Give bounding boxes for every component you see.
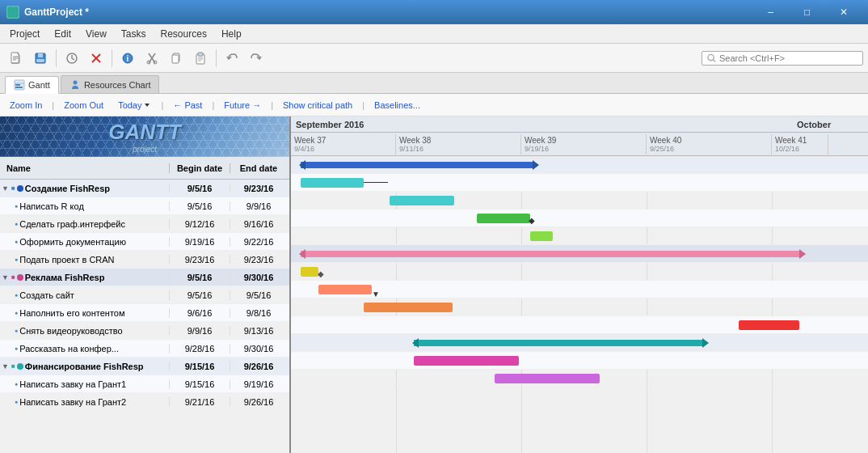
info-button[interactable]: i bbox=[116, 47, 139, 70]
save-button[interactable] bbox=[29, 47, 52, 70]
task-row[interactable]: ● Написать завку на Грант2 9/21/16 9/26/… bbox=[0, 393, 289, 411]
group-bar-left-marker bbox=[299, 249, 305, 259]
task-end-date: 9/19/16 bbox=[230, 379, 287, 389]
gantt-bar-2[interactable] bbox=[301, 178, 364, 188]
title-bar: GanttProject * – □ ✕ bbox=[0, 0, 868, 24]
week-40-sub: 9/25/16 bbox=[650, 145, 768, 153]
task-label: Финансирование FishResp bbox=[25, 362, 144, 371]
task-begin-date: 9/6/16 bbox=[170, 308, 230, 318]
task-begin-date: 9/5/16 bbox=[170, 184, 230, 193]
task-row[interactable]: ● Оформить документацию 9/19/16 9/22/16 bbox=[0, 233, 289, 251]
today-button[interactable]: Today bbox=[113, 99, 156, 112]
gantt-bar-5[interactable] bbox=[530, 231, 553, 241]
task-indicator bbox=[17, 274, 23, 281]
task-row[interactable]: ● Написать завку на Грант1 9/15/16 9/19/… bbox=[0, 375, 289, 393]
zoom-out-button[interactable]: Zoom Out bbox=[59, 99, 108, 112]
toolbar-sep-3: | bbox=[212, 100, 214, 110]
svg-rect-8 bbox=[38, 53, 43, 57]
maximize-button[interactable]: □ bbox=[789, 0, 825, 24]
baselines-button[interactable]: Baselines... bbox=[369, 99, 425, 112]
task-name-cell: ● Оформить документацию bbox=[0, 237, 170, 247]
month-row: September 2016 October bbox=[291, 116, 868, 133]
task-row[interactable]: ● Наполнить его контентом 9/6/16 9/8/16 bbox=[0, 304, 289, 322]
col-end-header: End date bbox=[230, 163, 287, 173]
gantt-bar-7[interactable] bbox=[301, 267, 318, 277]
undo-button[interactable] bbox=[221, 47, 243, 70]
zoom-in-button[interactable]: Zoom In bbox=[5, 99, 47, 112]
search-icon bbox=[707, 53, 716, 63]
gantt-row bbox=[291, 192, 868, 210]
menu-help[interactable]: Help bbox=[215, 27, 248, 41]
gantt-row bbox=[291, 156, 868, 174]
task-end-date: 9/26/16 bbox=[230, 397, 287, 407]
task-end-date: 9/26/16 bbox=[230, 362, 287, 371]
task-row[interactable]: ● Подать проект в CRAN 9/23/16 9/23/16 bbox=[0, 251, 289, 269]
task-begin-date: 9/9/16 bbox=[170, 326, 230, 336]
gantt-row bbox=[291, 174, 868, 192]
svg-rect-9 bbox=[36, 59, 44, 62]
svg-rect-31 bbox=[15, 87, 23, 88]
menu-view[interactable]: View bbox=[79, 27, 113, 41]
history-button[interactable] bbox=[61, 47, 83, 70]
past-button[interactable]: ← Past bbox=[168, 99, 207, 112]
task-row[interactable]: ● Создать сайт 9/5/16 9/5/16 bbox=[0, 286, 289, 304]
tab-gantt[interactable]: Gantt bbox=[5, 76, 59, 94]
task-row[interactable]: ▼ ■ Создание FishResp 9/5/16 9/23/16 bbox=[0, 180, 289, 197]
gantt-bar-12[interactable] bbox=[414, 356, 519, 366]
expand-icon[interactable]: ▼ bbox=[2, 273, 10, 282]
task-row[interactable]: ● Написать R код 9/5/16 9/9/16 bbox=[0, 197, 289, 215]
window-controls[interactable]: – □ ✕ bbox=[752, 0, 862, 24]
redo-button[interactable] bbox=[245, 47, 268, 70]
copy-button[interactable] bbox=[165, 47, 188, 70]
menu-project[interactable]: Project bbox=[3, 27, 46, 41]
svg-rect-22 bbox=[198, 53, 203, 56]
search-box[interactable] bbox=[702, 51, 863, 66]
task-list-header: Name Begin date End date bbox=[0, 157, 289, 180]
week-41: Week 41 10/2/16 bbox=[772, 134, 828, 155]
task-end-date: 9/22/16 bbox=[230, 237, 287, 247]
delete-button[interactable] bbox=[85, 47, 107, 70]
task-row[interactable]: ▼ ■ Реклама FishResp 9/5/16 9/30/16 bbox=[0, 269, 289, 286]
critical-path-button[interactable]: Show critical path bbox=[278, 99, 357, 112]
task-row[interactable]: ▼ ■ Финансирование FishResp 9/15/16 9/26… bbox=[0, 358, 289, 375]
gantt-toolbar: Zoom In | Zoom Out Today | ← Past | Futu… bbox=[0, 94, 868, 116]
menu-resources[interactable]: Resources bbox=[154, 27, 213, 41]
task-row[interactable]: ● Снять видеоруководство 9/9/16 9/13/16 bbox=[0, 322, 289, 340]
task-row[interactable]: ● Сделать граф.интерфейс 9/12/16 9/16/16 bbox=[0, 215, 289, 233]
expand-icon[interactable]: ▼ bbox=[2, 184, 10, 193]
group-bar-left-marker bbox=[299, 160, 305, 170]
paste-button[interactable] bbox=[189, 47, 212, 70]
col-begin-header: Begin date bbox=[170, 163, 230, 173]
group-bar-right-marker bbox=[702, 338, 709, 348]
search-input[interactable] bbox=[719, 53, 857, 63]
close-button[interactable]: ✕ bbox=[825, 0, 862, 24]
expand-icon[interactable]: ▼ bbox=[2, 362, 10, 370]
split-pane: GANTT project Name Begin date End date ▼… bbox=[0, 116, 868, 453]
gantt-bar-3[interactable] bbox=[390, 196, 454, 205]
minimize-button[interactable]: – bbox=[752, 0, 789, 24]
gantt-bar-10[interactable] bbox=[739, 320, 799, 330]
gantt-bar-4[interactable] bbox=[477, 214, 530, 223]
toolbar-sep-1: | bbox=[52, 100, 54, 110]
task-label: Создать сайт bbox=[19, 290, 74, 300]
gantt-row: ◆ bbox=[291, 210, 868, 227]
gantt-bar-6[interactable] bbox=[301, 251, 800, 257]
task-begin-date: 9/21/16 bbox=[170, 397, 230, 407]
gantt-bar-13[interactable] bbox=[495, 374, 600, 383]
new-file-button[interactable] bbox=[5, 47, 27, 70]
svg-point-26 bbox=[708, 54, 714, 60]
menu-edit[interactable]: Edit bbox=[48, 27, 78, 41]
future-button[interactable]: Future → bbox=[219, 99, 266, 112]
gantt-bar-11[interactable] bbox=[414, 340, 703, 346]
task-row[interactable]: ● Рассказать на конфер... 9/28/16 9/30/1… bbox=[0, 340, 289, 358]
gantt-bar-1[interactable] bbox=[301, 162, 533, 168]
cut-button[interactable] bbox=[141, 47, 163, 70]
toolbar: i bbox=[0, 44, 868, 73]
gantt-bar-9[interactable] bbox=[364, 303, 453, 312]
menu-tasks[interactable]: Tasks bbox=[115, 27, 153, 41]
gantt-bar-8[interactable] bbox=[318, 285, 372, 294]
dropdown-icon bbox=[143, 101, 151, 109]
task-end-date: 9/5/16 bbox=[230, 290, 287, 300]
gantt-row bbox=[291, 334, 868, 352]
tab-resources[interactable]: Resources Chart bbox=[61, 75, 160, 93]
